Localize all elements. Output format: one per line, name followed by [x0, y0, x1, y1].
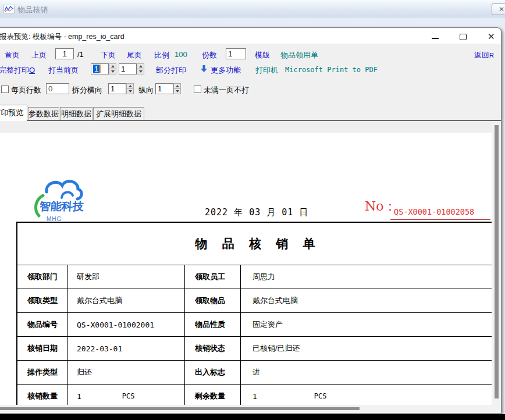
scale-label[interactable]: 比例	[154, 50, 169, 60]
spin-down-icon[interactable]	[137, 69, 144, 74]
copies-input[interactable]	[226, 48, 246, 59]
print-from-value: 1	[93, 65, 99, 73]
text-caret	[99, 65, 101, 73]
split-vertical-spinner[interactable]	[173, 83, 181, 94]
tab-extended-detail-data[interactable]: 扩展明细数据	[93, 107, 144, 120]
prev-page-button[interactable]: 上页	[31, 50, 47, 60]
print-to-input[interactable]	[119, 63, 137, 74]
tab-detail-data[interactable]: 明细数据	[60, 107, 93, 120]
row-label: 物品性质	[185, 313, 241, 336]
minimize-icon[interactable]	[432, 38, 439, 39]
table-row: 领取部门 研发部 领取员工 周思力	[17, 265, 492, 289]
row-label: 剩余数量	[185, 385, 241, 405]
app-tabstrip	[0, 17, 505, 27]
tab-print-preview[interactable]: 打印预览	[0, 105, 27, 121]
template-button[interactable]: 模版	[255, 50, 270, 60]
row-label: 核销状态	[185, 337, 241, 360]
printer-label[interactable]: 打印机	[255, 65, 278, 76]
quantity-unit: PCS	[314, 392, 327, 400]
report-table: 物 品 核 销 单 领取部门 研发部 领取员工 周思力 领取类型 戴尔台式电脑 …	[16, 222, 492, 405]
skip-partial-page-checkbox[interactable]	[194, 86, 201, 93]
report-no-label: No：	[365, 198, 397, 215]
close-icon[interactable]: ✕	[488, 31, 495, 42]
tab-parameter-data[interactable]: 参数数据	[28, 107, 59, 120]
quantity-value: 1	[77, 392, 81, 401]
back-button[interactable]: 返回R	[474, 50, 494, 60]
row-value: 已核销/已归还	[241, 337, 492, 360]
copies-label: 份数	[202, 50, 217, 60]
row-value: QS-X0001-01002001	[68, 313, 185, 336]
quantity-value: 1	[252, 392, 257, 401]
partial-print-button[interactable]: 部分打印	[156, 65, 186, 76]
page-total-label: /1	[77, 50, 84, 59]
full-print-button[interactable]: 完整打印O	[0, 65, 35, 76]
report-no-underline	[390, 219, 490, 220]
row-value: 固定资产	[241, 313, 492, 336]
rows-per-page-checkbox[interactable]	[1, 86, 9, 93]
row-label: 核销日期	[17, 337, 68, 360]
spin-down-icon[interactable]	[126, 88, 134, 94]
scale-value: 100	[175, 50, 187, 59]
split-vertical-input[interactable]	[155, 83, 173, 94]
dialog-bottom-border	[0, 413, 501, 414]
print-to-spinner[interactable]	[137, 63, 144, 74]
rows-per-page-input[interactable]	[46, 83, 69, 94]
more-functions-down-arrow-icon	[201, 65, 207, 73]
report-page: 智能科技 MHG 2022 年 03 月 01 日 No： QS-X0001-0…	[0, 133, 492, 405]
row-label: 领取类型	[17, 289, 68, 312]
row-value: 1 PCS	[241, 385, 492, 405]
split-horizontal-label: 拆分横向	[72, 85, 102, 95]
row-label: 领取部门	[17, 265, 68, 289]
row-label: 核销数量	[17, 385, 68, 405]
row-label: 出入标志	[185, 361, 241, 384]
print-from-input[interactable]: 1	[91, 63, 109, 74]
dialog-titlebar[interactable]: 报表预览: 模板编号 - emp_res_io_card	[0, 28, 501, 44]
row-value: 2022-03-01	[68, 337, 185, 360]
vertical-scrollbar[interactable]	[492, 121, 501, 405]
row-label: 领取员工	[185, 265, 241, 289]
app-close-button[interactable]: ✕	[492, 3, 505, 15]
table-row: 操作类型 归还 出入标志 进	[17, 360, 492, 384]
report-no-value: QS-X0001-01002058	[394, 207, 474, 216]
page-number-input[interactable]	[55, 48, 74, 59]
spin-up-icon[interactable]	[173, 83, 181, 88]
table-row: 核销日期 2022-03-01 核销状态 已核销/已归还	[17, 336, 492, 360]
row-value: 周思力	[241, 265, 492, 289]
horizontal-scrollbar[interactable]	[0, 405, 501, 413]
first-page-button[interactable]: 首页	[5, 50, 20, 60]
more-functions-button[interactable]: 更多功能	[211, 65, 241, 76]
skip-partial-page-label: 未满一页不打	[204, 85, 249, 95]
vertical-scrollbar-thumb[interactable]	[495, 125, 499, 398]
spin-up-icon[interactable]	[137, 63, 144, 69]
row-label: 物品编号	[17, 313, 68, 336]
printer-name: Microsoft Print to PDF	[285, 66, 378, 74]
spin-up-icon[interactable]	[109, 63, 116, 69]
row-value: 进	[241, 361, 492, 384]
row-value: 1 PCS	[68, 385, 185, 405]
report-title: 物 品 核 销 单	[17, 223, 492, 265]
quantity-unit: PCS	[122, 392, 135, 400]
spin-up-icon[interactable]	[126, 83, 134, 88]
template-value: 物品领用单	[280, 50, 318, 60]
split-vertical-label: 纵向	[138, 85, 154, 95]
spin-down-icon[interactable]	[109, 69, 116, 74]
table-row: 领取类型 戴尔台式电脑 领取物品 戴尔台式电脑	[17, 289, 492, 312]
report-date: 2022 年 03 月 01 日	[205, 207, 308, 218]
next-page-button[interactable]: 下页	[101, 50, 116, 60]
horizontal-scrollbar-thumb[interactable]	[0, 407, 360, 410]
split-horizontal-input[interactable]	[108, 83, 126, 94]
app-title: 物品核销	[17, 5, 48, 15]
print-current-button[interactable]: 打当前页	[48, 65, 79, 76]
company-logo-cloud-icon: 智能科技 MHG	[29, 173, 86, 225]
maximize-icon[interactable]	[460, 34, 467, 40]
row-label: 领取物品	[185, 289, 241, 312]
row-value: 戴尔台式电脑	[68, 289, 185, 312]
spin-down-icon[interactable]	[173, 88, 181, 94]
split-horizontal-spinner[interactable]	[126, 83, 134, 94]
tab-underline	[0, 120, 501, 121]
logo-text: 智能科技	[38, 200, 84, 212]
print-from-spinner[interactable]	[109, 63, 116, 74]
row-value: 归还	[68, 361, 185, 384]
row-label: 操作类型	[17, 361, 68, 384]
last-page-button[interactable]: 尾页	[127, 50, 142, 60]
